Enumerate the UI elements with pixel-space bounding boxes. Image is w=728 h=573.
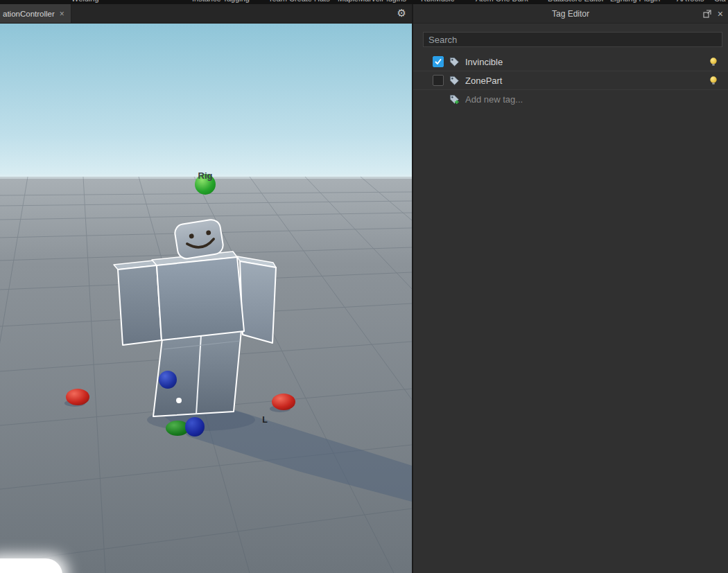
3d-viewport-canvas[interactable]: Rig L (0, 24, 412, 573)
panel-close-icon[interactable]: × (718, 9, 723, 19)
add-tag-icon (449, 94, 460, 105)
tag-name: ZonePart (465, 76, 703, 86)
tag-editor-body: Invincible ZonePart (413, 24, 728, 573)
sky (0, 24, 412, 178)
plugin-label-atom-one-dark[interactable]: Atom One Dark (476, 0, 528, 3)
tag-row-zonepart[interactable]: ZonePart (413, 71, 728, 90)
rig-torso[interactable] (157, 257, 244, 340)
add-new-tag-row[interactable]: Add new tag... (413, 90, 728, 109)
tag-checkbox-checked[interactable] (433, 56, 444, 67)
sphere-red-left[interactable] (66, 389, 89, 405)
plugin-label-team-create-hats[interactable]: Team Create Hats (268, 0, 330, 3)
checkmark-icon (434, 58, 442, 66)
plugin-label-lighting-plugin[interactable]: Lighting Plugin (610, 0, 660, 3)
plugin-label-rbxmusic[interactable]: RbxMusic (421, 0, 454, 3)
tag-editor-titlebar[interactable]: Tag Editor × (413, 4, 728, 24)
glow-part[interactable] (0, 554, 68, 573)
tag-visualize-lightbulb-icon[interactable] (709, 57, 718, 67)
add-new-tag-placeholder: Add new tag... (465, 94, 718, 105)
3d-viewport[interactable]: Rig L (0, 24, 412, 573)
tab-animationcontroller[interactable]: ationController × (0, 4, 71, 23)
handle-dot[interactable] (176, 398, 182, 403)
plugin-label-aatools[interactable]: AATools (677, 0, 704, 3)
tag-visualize-lightbulb-icon[interactable] (709, 76, 718, 85)
panel-popout-icon[interactable] (703, 10, 711, 18)
plugin-label-datastore-editor[interactable]: DataStore Editor (548, 0, 604, 3)
tag-name: Invincible (465, 57, 703, 67)
tag-icon (449, 57, 460, 67)
viewport-settings-gear-icon[interactable]: ⚙ (397, 8, 406, 18)
tab-label: ationController (3, 10, 55, 18)
sphere-red-right[interactable] (272, 394, 295, 410)
tag-checkbox-unchecked[interactable] (433, 75, 444, 86)
sphere-blue-hip[interactable] (159, 371, 177, 389)
tag-editor-title: Tag Editor (552, 9, 589, 19)
plugin-label-welding[interactable]: Welding (71, 0, 99, 3)
rig-left-arm[interactable] (118, 265, 162, 345)
floor-letter-label: L (262, 415, 268, 425)
tag-icon (449, 76, 460, 86)
studio-window: Welding Instance Tagging Team Create Hat… (0, 0, 728, 573)
tag-search-input[interactable] (423, 32, 722, 47)
tab-close-icon[interactable]: × (60, 10, 64, 18)
plugin-label-maplemarvel[interactable]: MapleMarvelPlugins (338, 0, 406, 3)
plugin-label-cla[interactable]: Cla (714, 0, 726, 3)
rig-name-label: Rig (198, 170, 213, 181)
sphere-blue-feet[interactable] (185, 417, 205, 437)
rig-head[interactable] (174, 218, 225, 260)
tag-editor-panel: Tag Editor × (413, 4, 728, 573)
plugin-label-instance-tagging[interactable]: Instance Tagging (192, 0, 250, 3)
rig-right-arm[interactable] (240, 261, 276, 343)
tag-row-invincible[interactable]: Invincible (413, 53, 728, 71)
document-tab-bar: ationController × ⚙ (0, 4, 412, 24)
viewport-column: ationController × ⚙ (0, 4, 412, 573)
